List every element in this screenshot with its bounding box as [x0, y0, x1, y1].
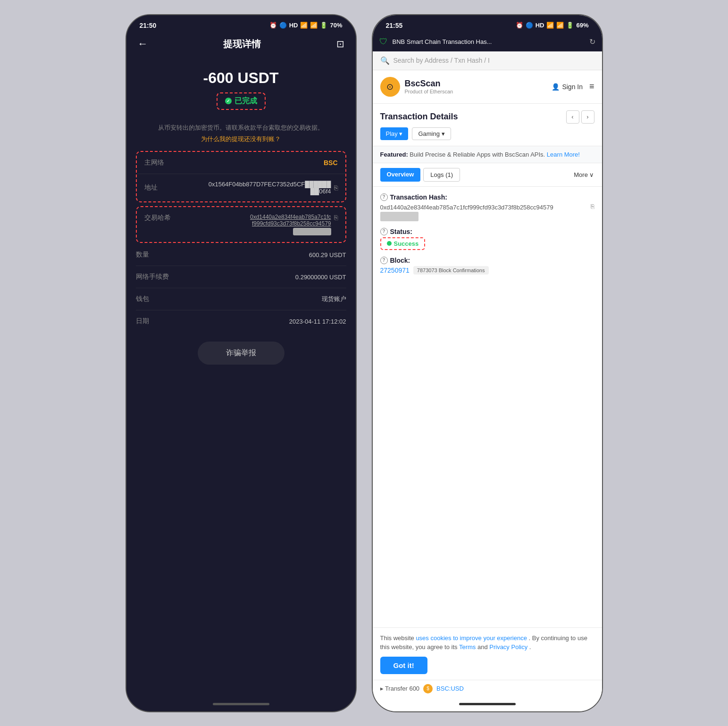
r-wifi-icon: 📶 [546, 22, 554, 29]
status-label-row: ? Status: [380, 228, 594, 235]
tx-details-content: ? Transaction Hash: 0xd1440a2e834f4eab78… [373, 187, 602, 627]
status-question-icon: ? [380, 228, 388, 235]
signal-icon: 📶 [310, 22, 318, 29]
fraud-report-button[interactable]: 诈骗举报 [198, 342, 285, 365]
gaming-tag-label: Gaming ▾ [418, 130, 444, 137]
wallet-value: 现货账户 [322, 295, 346, 303]
search-icon: 🔍 [380, 56, 390, 65]
block-number[interactable]: 27250971 [380, 267, 410, 274]
transfer-link[interactable]: BSC:USD [436, 685, 464, 692]
details-section: 主网络 BSC 地址 0x1564F04bb877D7FEC7352d5CF██… [126, 151, 356, 697]
bscscan-actions: 👤 Sign In ≡ [552, 82, 594, 92]
page-title: 提现详情 [223, 38, 261, 50]
r-battery-pct: 69% [576, 22, 588, 29]
network-card: 主网络 BSC 地址 0x1564F04bb877D7FEC7352d5CF██… [136, 151, 346, 202]
battery-icon: 🔋 [320, 22, 327, 29]
hash-blurred: ████████ [293, 228, 331, 235]
right-phone: 21:55 ⏰ 🔵 HD 📶 📶 🔋 69% 🛡 BNB Smart Chain… [372, 14, 603, 712]
success-label: Success [394, 240, 419, 247]
tab-logs[interactable]: Logs (1) [423, 168, 460, 182]
search-input[interactable]: Search by Address / Txn Hash / I [393, 57, 490, 64]
right-status-icons: ⏰ 🔵 HD 📶 📶 🔋 69% [516, 22, 589, 29]
bscscan-header: ⊙ BscScan Product of Etherscan 👤 Sign In… [373, 70, 602, 104]
home-bar [213, 703, 269, 705]
network-value: BSC [324, 159, 338, 167]
network-label: 主网络 [144, 159, 164, 167]
header-action-icon[interactable]: ⊡ [336, 38, 344, 50]
learn-more-link[interactable]: Learn More! [547, 151, 580, 158]
tx-hash-value-row: 0xd1440a2e834f4eab785a7c1fcf999cfd93c3d7… [380, 203, 594, 221]
hash-card: 交易哈希 0xd1440a2e834f4eab785a7c1fc f999cfd… [136, 206, 346, 243]
got-it-button[interactable]: Got it! [380, 657, 427, 674]
nav-next-button[interactable]: › [581, 110, 594, 124]
transfer-token-icon: $ [423, 684, 433, 693]
success-dot-icon [387, 241, 392, 246]
why-not-received-link[interactable]: 为什么我的提现还没有到账？ [136, 135, 346, 143]
address-row: 地址 0x1564F04bb877D7FEC7352d5CF████████06… [137, 174, 345, 201]
gaming-tag[interactable]: Gaming ▾ [412, 127, 451, 140]
cookie-text-3: and [477, 643, 489, 651]
right-status-bar: 21:55 ⏰ 🔵 HD 📶 📶 🔋 69% [373, 15, 602, 33]
featured-text: Build Precise & Reliable Apps with BscSc… [410, 151, 545, 158]
address-value: 0x1564F04bb877D7FEC7352d5CF████████06f4 [209, 181, 331, 195]
hamburger-menu-icon[interactable]: ≡ [589, 82, 594, 92]
logo-name: BscScan [405, 79, 453, 89]
block-value-row: 27250971 7873073 Block Confirmations [380, 266, 594, 275]
right-home-bar [459, 703, 516, 705]
left-phone: 21:50 ⏰ 🔵 HD 📶 📶 🔋 70% ← 提现详情 ⊡ -600 USD… [126, 14, 357, 712]
quantity-label: 数量 [136, 250, 149, 259]
play-tag[interactable]: Play ▾ [380, 127, 409, 140]
bluetooth-icon: 🔵 [279, 22, 287, 29]
r-signal-icon: 📶 [556, 22, 564, 29]
user-icon: 👤 [552, 83, 560, 91]
fee-value: 0.29000000 USDT [295, 274, 346, 281]
block-question-icon: ? [380, 257, 388, 264]
tx-hash-visible: 0xd1440a2e834f4eab785a7c1fcf999cfd93c3d7… [380, 204, 553, 211]
play-tag-label: Play ▾ [386, 130, 403, 137]
browser-url[interactable]: BNB Smart Chain Transaction Has... [393, 38, 585, 45]
home-indicator [126, 697, 356, 711]
quantity-row: 数量 600.29 USDT [136, 244, 346, 266]
status-text: 已完成 [234, 96, 257, 106]
nav-prev-button[interactable]: ‹ [566, 110, 579, 124]
back-button[interactable]: ← [138, 38, 148, 50]
left-status-icons: ⏰ 🔵 HD 📶 📶 🔋 70% [269, 22, 343, 29]
sign-in-label: Sign In [562, 83, 583, 91]
hash-value-line1: 0xd1440a2e834f4eab785a7c1fc [250, 214, 331, 220]
refresh-icon[interactable]: ↻ [589, 37, 595, 46]
block-label-text: Block: [390, 257, 410, 264]
bscscan-logo: ⊙ BscScan Product of Etherscan [380, 77, 453, 97]
tx-hash-copy-icon[interactable]: ⎘ [591, 203, 594, 210]
tx-hash-label-text: Transaction Hash: [390, 193, 447, 201]
alarm-icon: ⏰ [269, 22, 277, 29]
r-alarm-icon: ⏰ [516, 22, 523, 29]
address-copy-icon[interactable]: ⎘ [334, 184, 338, 192]
status-label-text: Status: [390, 228, 412, 235]
privacy-link[interactable]: Privacy Policy [489, 643, 527, 651]
block-label-row: ? Block: [380, 257, 594, 264]
tx-hash-blurred-right: ████████ [380, 212, 419, 221]
logo-subtitle: Product of Etherscan [405, 89, 453, 94]
r-bluetooth-icon: 🔵 [526, 22, 533, 29]
tag-row: Play ▾ Gaming ▾ [373, 127, 602, 146]
completion-status-badge: 已完成 [217, 92, 266, 110]
browser-content: 🔍 Search by Address / Txn Hash / I ⊙ Bsc… [373, 51, 602, 697]
featured-label: Featured: [380, 151, 408, 158]
tab-overview[interactable]: Overview [380, 168, 421, 182]
left-status-bar: 21:50 ⏰ 🔵 HD 📶 📶 🔋 70% [126, 15, 356, 33]
right-time: 21:55 [386, 22, 403, 29]
success-badge: Success [380, 237, 426, 250]
wifi-icon: 📶 [300, 22, 308, 29]
search-bar: 🔍 Search by Address / Txn Hash / I [373, 51, 602, 70]
hash-copy-icon[interactable]: ⎘ [334, 214, 338, 221]
tabs-row: Overview Logs (1) More ∨ [373, 163, 602, 187]
r-hd-icon: HD [536, 22, 544, 29]
more-button[interactable]: More ∨ [574, 171, 594, 178]
sign-in-button[interactable]: 👤 Sign In [552, 83, 583, 91]
cookie-link-1[interactable]: uses cookies to improve your experience [416, 634, 527, 642]
status-value-row: Success [380, 237, 594, 250]
amount-section: -600 USDT 已完成 从币安转出的加密货币。请联系收款平台索取您的交易收据… [126, 58, 356, 151]
terms-link[interactable]: Terms [459, 643, 476, 651]
hash-row: 交易哈希 0xd1440a2e834f4eab785a7c1fc f999cfd… [137, 207, 345, 242]
right-home-indicator [373, 697, 602, 711]
